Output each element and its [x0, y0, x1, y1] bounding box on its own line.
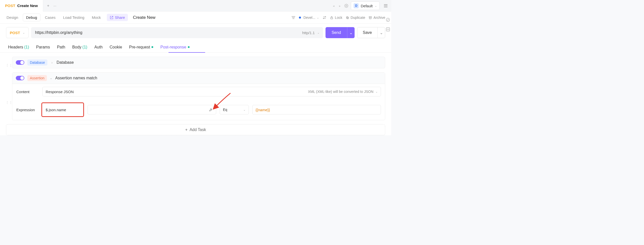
- assertion-chip[interactable]: Assertion: [27, 75, 47, 81]
- tab-body-count: (1): [83, 45, 88, 49]
- archive-button[interactable]: Archive: [369, 16, 385, 20]
- expected-value-input[interactable]: {{name}}: [252, 105, 381, 114]
- environment-selector[interactable]: D Default ⌄: [351, 2, 380, 10]
- svg-rect-9: [346, 17, 348, 18]
- mode-load-testing[interactable]: Load Testing: [60, 14, 87, 21]
- method-label: POST: [10, 31, 20, 35]
- content-label: Content: [16, 90, 39, 94]
- validate-icon[interactable]: [386, 18, 390, 22]
- expression-label: Expression: [16, 108, 39, 112]
- lock-label: Lock: [335, 16, 342, 20]
- tab-headers[interactable]: Headers (1): [8, 42, 29, 52]
- chevron-down-icon[interactable]: ⌄: [50, 77, 52, 80]
- tab-overflow-icon[interactable]: ···: [53, 4, 56, 8]
- env-chip: D: [354, 3, 359, 8]
- tab-pre-request[interactable]: Pre-request: [129, 42, 153, 52]
- svg-rect-13: [386, 28, 390, 31]
- expression-input-highlight[interactable]: $.json.name: [41, 102, 84, 117]
- protocol-label: http/1.1: [302, 31, 315, 35]
- doc-title[interactable]: Create New: [133, 15, 155, 20]
- content-select[interactable]: Response JSON XML (XML-like) will be con…: [42, 87, 381, 96]
- swap-icon[interactable]: [323, 16, 327, 19]
- wrench-icon[interactable]: [209, 108, 213, 112]
- env-dot-icon: [299, 17, 301, 19]
- nav-forward-icon[interactable]: ▸: [338, 3, 342, 9]
- run-env-label: Devel...: [303, 16, 315, 20]
- chevron-down-icon: ⌄: [375, 90, 378, 93]
- share-label: Share: [115, 15, 125, 20]
- chevron-down-icon: ⌄: [317, 16, 319, 19]
- mode-mock[interactable]: Mock: [89, 14, 104, 21]
- assertion-title[interactable]: Assertion names match: [55, 76, 97, 80]
- database-task-header: Database › Database: [12, 57, 385, 68]
- chevron-right-icon: ›: [50, 60, 54, 65]
- request-tabs: Headers (1) Params Path Body (1) Auth Co…: [0, 42, 391, 53]
- mode-debug[interactable]: Debug: [23, 14, 40, 21]
- tab-body[interactable]: Body (1): [72, 42, 87, 52]
- expression-value: $.json.name: [46, 108, 66, 112]
- active-tab[interactable]: POST Create New: [0, 0, 43, 12]
- run-env-selector[interactable]: Devel... ⌄: [299, 16, 319, 20]
- chevron-down-icon: ⌄: [243, 108, 246, 111]
- send-label: Send: [326, 30, 347, 35]
- assertion-task-header: Assertion ⌄ Assertion names match: [12, 73, 385, 84]
- database-name[interactable]: Database: [57, 60, 74, 65]
- mode-cases[interactable]: Cases: [42, 14, 59, 21]
- url-input[interactable]: https://httpbin.org/anything http/1.1 ⌄: [31, 27, 323, 38]
- dot-indicator-icon: [151, 46, 153, 48]
- save-button[interactable]: Save ⌄: [357, 27, 385, 38]
- plus-icon: +: [185, 128, 188, 132]
- new-tab-icon[interactable]: +: [47, 4, 49, 8]
- content-value: Response JSON: [46, 90, 74, 94]
- lock-button[interactable]: Lock: [330, 16, 342, 20]
- expression-extra-input[interactable]: [88, 105, 216, 114]
- tab-post-response[interactable]: Post-response: [160, 42, 189, 52]
- tab-auth[interactable]: Auth: [94, 42, 103, 52]
- hamburger-icon[interactable]: [382, 3, 389, 9]
- share-button[interactable]: Share: [107, 14, 128, 21]
- duplicate-label: Duplicate: [351, 16, 365, 20]
- duplicate-button[interactable]: Duplicate: [346, 16, 365, 20]
- drag-handle-icon[interactable]: ⋮⋮: [6, 63, 13, 67]
- url-value: https://httpbin.org/anything: [35, 30, 83, 35]
- content-hint: XML (XML-like) will be converted to JSON: [308, 90, 373, 94]
- svg-rect-7: [331, 17, 333, 19]
- assertion-expression-row: Expression $.json.name Eq ⌄ {{name}}: [12, 99, 385, 120]
- send-button[interactable]: Send ⌄: [326, 27, 354, 38]
- dot-indicator-icon: [188, 46, 190, 48]
- tab-pre-label: Pre-request: [129, 45, 150, 49]
- database-chip[interactable]: Database: [27, 59, 47, 66]
- tab-headers-label: Headers: [8, 45, 23, 49]
- add-task-label: Add Task: [190, 128, 206, 132]
- save-label: Save: [357, 30, 377, 35]
- env-name: Default: [361, 4, 373, 8]
- tab-path[interactable]: Path: [57, 42, 65, 52]
- archive-label: Archive: [373, 16, 385, 20]
- database-toggle[interactable]: [16, 60, 24, 65]
- tab-params[interactable]: Params: [36, 42, 50, 52]
- filter-icon[interactable]: [291, 16, 295, 19]
- assertion-content-row: Content Response JSON XML (XML-like) wil…: [12, 84, 385, 99]
- nav-back-icon[interactable]: ◂: [332, 3, 336, 9]
- tab-post-label: Post-response: [160, 45, 186, 49]
- code-panel-icon[interactable]: [386, 27, 390, 32]
- expected-value: {{name}}: [256, 108, 270, 112]
- drag-handle-icon[interactable]: ⋮⋮: [6, 100, 13, 104]
- mode-bar: Design Debug Cases Load Testing Mock Sha…: [0, 12, 391, 24]
- method-select[interactable]: POST ⌄: [6, 27, 29, 38]
- svg-rect-8: [347, 17, 349, 19]
- operator-select[interactable]: Eq ⌄: [220, 105, 249, 114]
- mode-design[interactable]: Design: [4, 14, 21, 21]
- tab-cookie[interactable]: Cookie: [110, 42, 122, 52]
- send-dropdown-icon[interactable]: ⌄: [347, 27, 355, 38]
- tab-body-label: Body: [72, 45, 81, 49]
- chevron-down-icon: ⌄: [375, 4, 377, 8]
- assertion-toggle[interactable]: [16, 76, 24, 80]
- add-task-button[interactable]: + Add Task: [6, 124, 385, 135]
- chevron-down-icon[interactable]: ⌄: [317, 31, 319, 34]
- top-tab-bar: POST Create New + ··· ◂ ▸ D Default ⌄: [0, 0, 391, 12]
- settings-gear-icon[interactable]: [344, 4, 348, 8]
- chevron-down-icon: ⌄: [23, 31, 25, 34]
- operator-value: Eq: [223, 108, 227, 112]
- save-dropdown-icon[interactable]: ⌄: [377, 27, 385, 38]
